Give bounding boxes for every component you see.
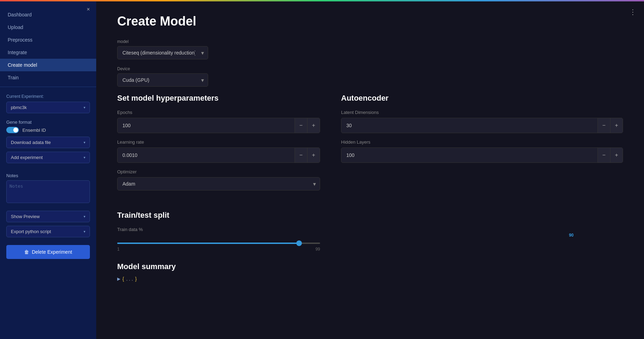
- delete-btn-label: Delete Experiment: [32, 249, 72, 255]
- learning-rate-decrement-button[interactable]: −: [295, 148, 307, 163]
- slider-value-label: 90: [569, 233, 573, 238]
- autoencoder-title: Autoencoder: [341, 94, 623, 103]
- main-content: ⋮ Create Model model Citeseq (dimensiona…: [96, 0, 644, 339]
- epochs-input[interactable]: [118, 119, 295, 132]
- hidden-layers-input-row: − +: [341, 147, 623, 163]
- hyperparams-title: Set model hyperparameters: [117, 94, 320, 103]
- notes-label: Notes: [6, 173, 90, 178]
- export-script-dropdown[interactable]: Export python script ▾: [6, 226, 90, 237]
- train-test-section: Train/test split Train data % 90 1 99: [117, 211, 623, 252]
- download-label: Download adata file: [11, 140, 51, 145]
- device-field: Device Cuda (GPU) CPU: [117, 66, 623, 94]
- learning-rate-input-row: − +: [117, 147, 320, 163]
- json-close-brace: }: [135, 276, 137, 282]
- notes-textarea[interactable]: [6, 180, 90, 203]
- close-button[interactable]: ×: [87, 6, 90, 13]
- device-select[interactable]: Cuda (GPU) CPU: [117, 73, 208, 87]
- gene-format-label: Gene format: [6, 120, 90, 125]
- epochs-input-row: − +: [117, 118, 320, 133]
- add-experiment-dropdown[interactable]: Add experiment ▾: [6, 152, 90, 163]
- latent-dim-increment-button[interactable]: +: [610, 118, 623, 133]
- slider-range: 1 99: [117, 247, 320, 252]
- device-select-wrapper: Cuda (GPU) CPU: [117, 73, 208, 87]
- hyperparams-col: Set model hyperparameters Epochs − + Lea…: [117, 94, 320, 197]
- notes-section: Notes: [0, 169, 96, 207]
- export-script-label: Export python script: [11, 229, 51, 234]
- top-accent-bar: [0, 0, 644, 1]
- experiment-value: pbmc3k: [11, 105, 27, 110]
- slider-max: 99: [316, 247, 320, 252]
- latent-dim-decrement-button[interactable]: −: [597, 118, 610, 133]
- model-field: model Citeseq (dimensionality reduction)…: [117, 39, 623, 66]
- model-field-label: model: [117, 39, 623, 44]
- epochs-label: Epochs: [117, 110, 320, 115]
- sidebar-nav: Dashboard Upload Preprocess Integrate Cr…: [0, 1, 96, 84]
- hyperparams-grid: Set model hyperparameters Epochs − + Lea…: [117, 94, 623, 197]
- experiment-dropdown[interactable]: pbmc3k ▾: [6, 102, 90, 113]
- add-experiment-label: Add experiment: [11, 155, 43, 160]
- sidebar-item-preprocess[interactable]: Preprocess: [0, 34, 96, 46]
- optimizer-select-wrapper: Adam SGD RMSprop: [117, 177, 320, 190]
- model-select-wrapper: Citeseq (dimensionality reduction) Autoe…: [117, 46, 208, 59]
- model-select[interactable]: Citeseq (dimensionality reduction) Autoe…: [117, 46, 208, 59]
- sidebar-item-upload[interactable]: Upload: [0, 21, 96, 34]
- epochs-field: Epochs − +: [117, 110, 320, 133]
- device-field-label: Device: [117, 66, 623, 71]
- show-preview-label: Show Preview: [11, 214, 40, 219]
- show-preview-chevron-icon: ▾: [84, 215, 85, 218]
- hidden-layers-input[interactable]: [341, 149, 597, 161]
- sidebar-item-dashboard[interactable]: Dashboard: [0, 8, 96, 21]
- learning-rate-label: Learning rate: [117, 139, 320, 145]
- experiment-section: Current Experiment: pbmc3k ▾: [0, 90, 96, 115]
- download-chevron-icon: ▾: [84, 140, 85, 144]
- latent-dim-label: Latent Dimensions: [341, 110, 623, 115]
- epochs-decrement-button[interactable]: −: [295, 118, 307, 133]
- json-preview: ▶ { . . . }: [117, 276, 623, 282]
- add-experiment-chevron-icon: ▾: [84, 156, 85, 159]
- json-expand-icon[interactable]: ▶: [117, 276, 120, 281]
- optimizer-field: Optimizer Adam SGD RMSprop: [117, 169, 320, 190]
- slider-min: 1: [117, 247, 120, 252]
- toggle-label: Ensembl ID: [22, 128, 46, 133]
- optimizer-label: Optimizer: [117, 169, 320, 174]
- train-data-label: Train data %: [117, 227, 623, 232]
- train-data-slider[interactable]: [117, 243, 320, 244]
- json-open-brace: {: [122, 276, 124, 282]
- experiment-chevron-icon: ▾: [84, 106, 85, 109]
- export-script-chevron-icon: ▾: [84, 230, 85, 233]
- preview-section: Show Preview ▾ Export python script ▾: [0, 207, 96, 245]
- download-adata-dropdown[interactable]: Download adata file ▾: [6, 137, 90, 148]
- current-experiment-label: Current Experiment:: [6, 94, 90, 99]
- learning-rate-field: Learning rate − +: [117, 139, 320, 163]
- delete-icon: 🗑: [24, 249, 29, 255]
- optimizer-select[interactable]: Adam SGD RMSprop: [117, 177, 320, 190]
- page-title: Create Model: [117, 14, 623, 29]
- sidebar: × Dashboard Upload Preprocess Integrate …: [0, 0, 96, 339]
- hidden-layers-label: Hidden Layers: [341, 139, 623, 145]
- model-summary-title: Model summary: [117, 262, 623, 271]
- json-dots: . . .: [126, 276, 133, 282]
- sidebar-item-create-model[interactable]: Create model: [0, 59, 96, 71]
- hidden-layers-field: Hidden Layers − +: [341, 139, 623, 163]
- show-preview-dropdown[interactable]: Show Preview ▾: [6, 211, 90, 222]
- model-summary-section: Model summary ▶ { . . . }: [117, 262, 623, 282]
- learning-rate-increment-button[interactable]: +: [307, 148, 320, 163]
- ensembl-toggle[interactable]: [6, 127, 19, 133]
- sidebar-item-train[interactable]: Train: [0, 71, 96, 84]
- hidden-layers-decrement-button[interactable]: −: [597, 148, 610, 163]
- learning-rate-input[interactable]: [118, 149, 295, 161]
- train-test-title: Train/test split: [117, 211, 623, 220]
- latent-dim-input-row: − +: [341, 118, 623, 133]
- delete-experiment-button[interactable]: 🗑 Delete Experiment: [6, 245, 90, 259]
- hidden-layers-increment-button[interactable]: +: [610, 148, 623, 163]
- latent-dim-input[interactable]: [341, 119, 597, 132]
- latent-dim-field: Latent Dimensions − +: [341, 110, 623, 133]
- gene-format-section: Gene format Ensembl ID Download adata fi…: [0, 115, 96, 169]
- sidebar-item-integrate[interactable]: Integrate: [0, 46, 96, 59]
- three-dots-menu[interactable]: ⋮: [629, 8, 636, 16]
- slider-container: 90 1 99: [117, 239, 623, 252]
- toggle-row: Ensembl ID: [6, 127, 90, 133]
- epochs-increment-button[interactable]: +: [307, 118, 320, 133]
- autoencoder-col: Autoencoder Latent Dimensions − + Hidden…: [341, 94, 623, 197]
